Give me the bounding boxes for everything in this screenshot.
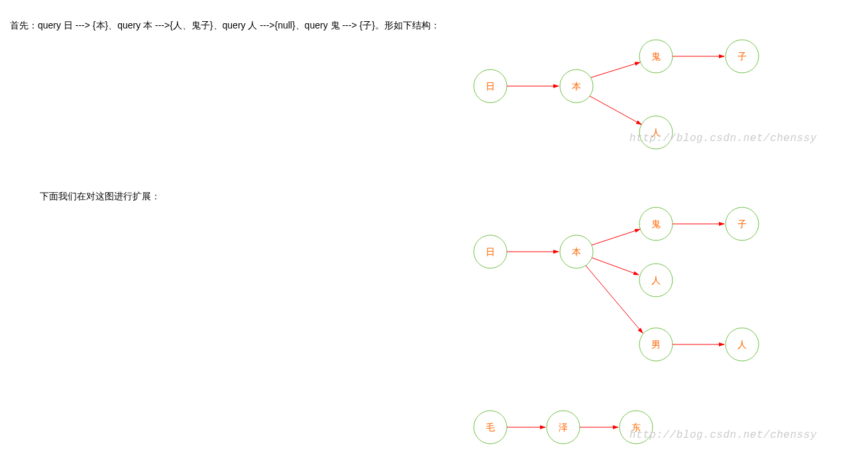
node-zi-label: 子 xyxy=(737,51,747,62)
node2-gui-label: 鬼 xyxy=(651,219,661,229)
edge-ben-gui xyxy=(591,62,640,77)
node-gui-label: 鬼 xyxy=(651,51,661,62)
edge2-ben-gui xyxy=(592,229,640,245)
intro-text-1: 首先：query 日 ---> {本}、query 本 --->{人、鬼子}、q… xyxy=(10,20,440,32)
edge-ben-ren xyxy=(590,96,641,125)
watermark-1: http://blog.csdn.net/chenssy xyxy=(629,132,817,144)
node2-ri-label: 日 xyxy=(486,246,495,257)
node2-ze-label: 泽 xyxy=(559,422,568,433)
node-ri-label: 日 xyxy=(486,81,495,91)
node2-mao-label: 毛 xyxy=(486,422,495,433)
node2-nan-label: 男 xyxy=(651,339,661,350)
node2-zi-label: 子 xyxy=(737,219,747,229)
node2-ben-label: 本 xyxy=(572,246,581,257)
node2-ren-label: 人 xyxy=(651,275,661,285)
edge2-ben-nan xyxy=(586,266,643,333)
node2-ren2-label: 人 xyxy=(737,339,747,350)
node-ben-label: 本 xyxy=(572,81,581,91)
intro-text-2: 下面我们在对这图进行扩展： xyxy=(40,191,160,203)
edge2-ben-ren xyxy=(592,258,639,275)
watermark-2: http://blog.csdn.net/chenssy xyxy=(629,429,817,441)
diagram-2: 日 本 鬼 子 人 男 人 毛 泽 东 xyxy=(464,202,835,456)
